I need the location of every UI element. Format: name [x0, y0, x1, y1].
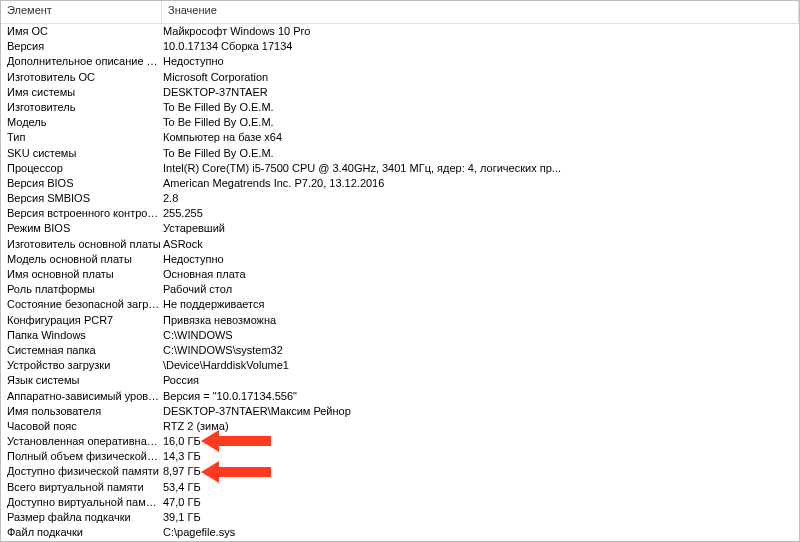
info-row[interactable]: Доступно виртуальной памяти47,0 ГБ	[1, 495, 799, 510]
info-row[interactable]: Режим BIOSУстаревший	[1, 221, 799, 236]
info-value: Рабочий стол	[161, 282, 799, 297]
info-key: Доступно виртуальной памяти	[1, 495, 161, 510]
info-key: Системная папка	[1, 343, 161, 358]
info-value: Откл.	[161, 540, 799, 541]
info-value: Не поддерживается	[161, 297, 799, 312]
info-row[interactable]: Язык системыРоссия	[1, 373, 799, 388]
info-row[interactable]: ТипКомпьютер на базе x64	[1, 130, 799, 145]
info-row[interactable]: Дополнительное описание ОСНедоступно	[1, 54, 799, 69]
info-row[interactable]: Изготовитель основной платыASRock	[1, 237, 799, 252]
annotation-arrow-installed-ram	[201, 430, 271, 452]
info-value: Основная плата	[161, 267, 799, 282]
info-key: Язык системы	[1, 373, 161, 388]
info-key: Версия	[1, 39, 161, 54]
info-value: 255.255	[161, 206, 799, 221]
info-row[interactable]: Папка WindowsC:\WINDOWS	[1, 328, 799, 343]
info-key: Полный объем физической па...	[1, 449, 161, 464]
info-value: Недоступно	[161, 252, 799, 267]
info-row[interactable]: SKU системыTo Be Filled By O.E.M.	[1, 146, 799, 161]
info-row[interactable]: Состояние безопасной загруз...Не поддерж…	[1, 297, 799, 312]
info-key: Всего виртуальной памяти	[1, 480, 161, 495]
info-value: Устаревший	[161, 221, 799, 236]
info-row[interactable]: Защита DMA ядраОткл.	[1, 540, 799, 541]
info-key: Модель	[1, 115, 161, 130]
info-key: Размер файла подкачки	[1, 510, 161, 525]
info-value: Microsoft Corporation	[161, 70, 799, 85]
info-key: Аппаратно-зависимый уровен...	[1, 389, 161, 404]
info-row[interactable]: Полный объем физической па...14,3 ГБ	[1, 449, 799, 464]
info-row[interactable]: Роль платформыРабочий стол	[1, 282, 799, 297]
info-row[interactable]: Версия BIOSAmerican Megatrends Inc. P7.2…	[1, 176, 799, 191]
info-key: Состояние безопасной загруз...	[1, 297, 161, 312]
info-row[interactable]: Версия SMBIOS2.8	[1, 191, 799, 206]
info-row[interactable]: Размер файла подкачки39,1 ГБ	[1, 510, 799, 525]
info-row[interactable]: Версия10.0.17134 Сборка 17134	[1, 39, 799, 54]
info-row[interactable]: ИзготовительTo Be Filled By O.E.M.	[1, 100, 799, 115]
info-value: Версия = "10.0.17134.556"	[161, 389, 799, 404]
info-row[interactable]: Установленная оперативная п...16,0 ГБ	[1, 434, 799, 449]
info-value: ASRock	[161, 237, 799, 252]
info-key: Модель основной платы	[1, 252, 161, 267]
info-value: \Device\HarddiskVolume1	[161, 358, 799, 373]
info-key: Тип	[1, 130, 161, 145]
info-body: Имя ОСМайкрософт Windows 10 ProВерсия10.…	[1, 24, 799, 541]
info-row[interactable]: Аппаратно-зависимый уровен...Версия = "1…	[1, 389, 799, 404]
info-row[interactable]: Всего виртуальной памяти53,4 ГБ	[1, 480, 799, 495]
info-key: Версия BIOS	[1, 176, 161, 191]
info-value: C:\pagefile.sys	[161, 525, 799, 540]
info-row[interactable]: Версия встроенного контролл...255.255	[1, 206, 799, 221]
info-key: Изготовитель	[1, 100, 161, 115]
info-key: Режим BIOS	[1, 221, 161, 236]
info-row[interactable]: Часовой поясRTZ 2 (зима)	[1, 419, 799, 434]
annotation-arrow-available-ram	[201, 461, 271, 483]
info-key: Изготовитель основной платы	[1, 237, 161, 252]
info-key: Папка Windows	[1, 328, 161, 343]
info-key: Имя ОС	[1, 24, 161, 39]
info-key: Дополнительное описание ОС	[1, 54, 161, 69]
info-value: Intel(R) Core(TM) i5-7500 CPU @ 3.40GHz,…	[161, 161, 799, 176]
info-row[interactable]: Системная папкаC:\WINDOWS\system32	[1, 343, 799, 358]
info-key: Процессор	[1, 161, 161, 176]
info-rows-scroll[interactable]: Имя ОСМайкрософт Windows 10 ProВерсия10.…	[1, 24, 799, 541]
info-key: Доступно физической памяти	[1, 464, 161, 479]
info-value: Компьютер на базе x64	[161, 130, 799, 145]
info-row[interactable]: ПроцессорIntel(R) Core(TM) i5-7500 CPU @…	[1, 161, 799, 176]
info-key: Имя основной платы	[1, 267, 161, 282]
header-value[interactable]: Значение	[162, 1, 799, 23]
info-key: Часовой пояс	[1, 419, 161, 434]
info-value: Россия	[161, 373, 799, 388]
info-key: Устройство загрузки	[1, 358, 161, 373]
info-row[interactable]: Модель основной платыНедоступно	[1, 252, 799, 267]
info-value: Привязка невозможна	[161, 313, 799, 328]
info-key: SKU системы	[1, 146, 161, 161]
info-value: To Be Filled By O.E.M.	[161, 100, 799, 115]
info-row[interactable]: Имя системыDESKTOP-37NTAER	[1, 85, 799, 100]
info-value: 2.8	[161, 191, 799, 206]
info-row[interactable]: Имя основной платыОсновная плата	[1, 267, 799, 282]
info-key: Роль платформы	[1, 282, 161, 297]
info-row[interactable]: Доступно физической памяти8,97 ГБ	[1, 464, 799, 479]
info-value: DESKTOP-37NTAER	[161, 85, 799, 100]
header-element[interactable]: Элемент	[1, 1, 162, 23]
info-value: Недоступно	[161, 54, 799, 69]
info-row[interactable]: Имя пользователяDESKTOP-37NTAER\Максим Р…	[1, 404, 799, 419]
info-value: Майкрософт Windows 10 Pro	[161, 24, 799, 39]
info-row[interactable]: Имя ОСМайкрософт Windows 10 Pro	[1, 24, 799, 39]
info-value: American Megatrends Inc. P7.20, 13.12.20…	[161, 176, 799, 191]
info-key: Имя пользователя	[1, 404, 161, 419]
info-key: Файл подкачки	[1, 525, 161, 540]
info-row[interactable]: Файл подкачкиC:\pagefile.sys	[1, 525, 799, 540]
system-info-window: Элемент Значение Имя ОСМайкрософт Window…	[0, 0, 800, 542]
info-key: Установленная оперативная п...	[1, 434, 161, 449]
info-value: 47,0 ГБ	[161, 495, 799, 510]
info-key: Конфигурация PCR7	[1, 313, 161, 328]
info-row[interactable]: Устройство загрузки\Device\HarddiskVolum…	[1, 358, 799, 373]
info-row[interactable]: Изготовитель ОСMicrosoft Corporation	[1, 70, 799, 85]
info-value: 10.0.17134 Сборка 17134	[161, 39, 799, 54]
info-row[interactable]: Конфигурация PCR7Привязка невозможна	[1, 313, 799, 328]
info-value: To Be Filled By O.E.M.	[161, 115, 799, 130]
info-row[interactable]: МодельTo Be Filled By O.E.M.	[1, 115, 799, 130]
info-value: C:\WINDOWS	[161, 328, 799, 343]
info-key: Имя системы	[1, 85, 161, 100]
info-value: C:\WINDOWS\system32	[161, 343, 799, 358]
